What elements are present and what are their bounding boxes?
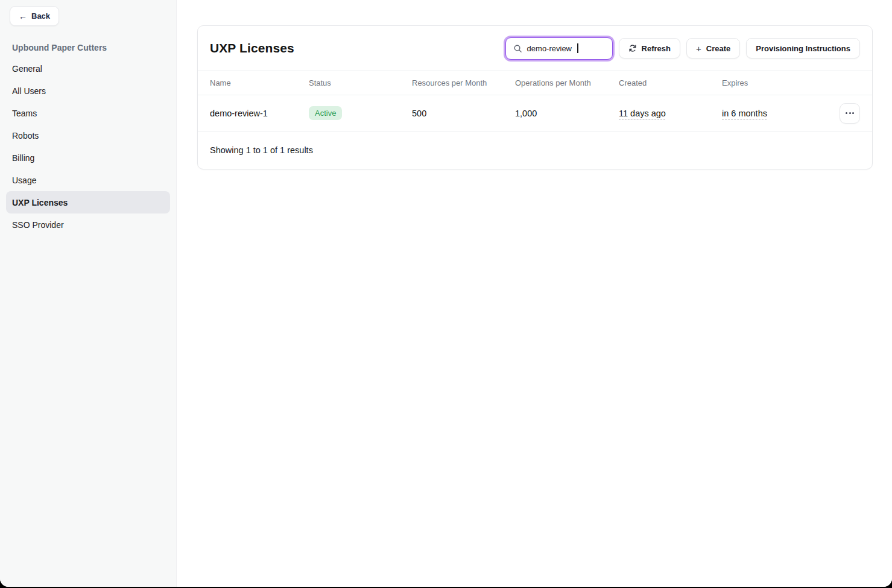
status-badge: Active xyxy=(309,106,342,120)
column-header-expires: Expires xyxy=(722,78,840,87)
sidebar-item-usage[interactable]: Usage xyxy=(6,169,170,191)
provisioning-instructions-button[interactable]: Provisioning Instructions xyxy=(746,38,860,58)
refresh-icon xyxy=(628,44,637,52)
provisioning-label: Provisioning Instructions xyxy=(756,44,850,53)
license-status-cell: Active xyxy=(309,106,412,120)
page-title: UXP Licenses xyxy=(210,41,294,55)
back-button[interactable]: ← Back xyxy=(10,6,59,26)
create-button[interactable]: + Create xyxy=(686,38,740,58)
sidebar-item-uxp-licenses[interactable]: UXP Licenses xyxy=(6,191,170,213)
card-header: UXP Licenses demo-review xyxy=(198,26,872,71)
search-icon xyxy=(513,44,522,53)
column-header-resources: Resources per Month xyxy=(412,78,515,87)
ellipsis-icon xyxy=(846,112,847,114)
app-window: ← Back Upbound Paper Cutters General All… xyxy=(0,0,892,587)
back-button-label: Back xyxy=(31,11,50,21)
table-row: demo-review-1 Active 500 1,000 11 days a… xyxy=(198,95,872,131)
main-content: UXP Licenses demo-review xyxy=(177,0,892,587)
sidebar-item-all-users[interactable]: All Users xyxy=(6,80,170,102)
sidebar-nav: General All Users Teams Robots Billing U… xyxy=(0,57,176,236)
created-relative-time[interactable]: 11 days ago xyxy=(619,109,666,118)
text-caret xyxy=(577,43,578,53)
column-header-operations: Operations per Month xyxy=(515,78,619,87)
license-actions-cell xyxy=(840,103,860,124)
license-created-cell: 11 days ago xyxy=(619,109,722,118)
license-name: demo-review-1 xyxy=(210,109,309,118)
table-header-row: Name Status Resources per Month Operatio… xyxy=(198,71,872,95)
header-actions: demo-review Refresh + Create xyxy=(505,37,860,60)
settings-sidebar: ← Back Upbound Paper Cutters General All… xyxy=(0,0,177,587)
arrow-left-icon: ← xyxy=(19,12,27,21)
sidebar-item-general[interactable]: General xyxy=(6,57,170,80)
sidebar-item-sso-provider[interactable]: SSO Provider xyxy=(6,213,170,236)
results-summary: Showing 1 to 1 of 1 results xyxy=(198,131,872,169)
column-header-status: Status xyxy=(309,78,412,87)
row-menu-button[interactable] xyxy=(840,103,860,124)
uxp-licenses-card: UXP Licenses demo-review xyxy=(197,25,873,169)
refresh-label: Refresh xyxy=(642,44,671,53)
sidebar-item-teams[interactable]: Teams xyxy=(6,102,170,124)
license-resources: 500 xyxy=(412,109,515,118)
license-expires-cell: in 6 months xyxy=(722,109,840,118)
create-label: Create xyxy=(706,44,730,53)
column-header-created: Created xyxy=(619,78,722,87)
refresh-button[interactable]: Refresh xyxy=(619,38,680,58)
search-input[interactable]: demo-review xyxy=(505,37,613,60)
search-value: demo-review xyxy=(527,44,572,53)
sidebar-item-robots[interactable]: Robots xyxy=(6,124,170,147)
org-title: Upbound Paper Cutters xyxy=(12,43,164,52)
column-header-name: Name xyxy=(210,78,309,87)
license-operations: 1,000 xyxy=(515,109,619,118)
plus-icon: + xyxy=(696,43,701,54)
expires-relative-time[interactable]: in 6 months xyxy=(722,109,767,118)
sidebar-item-billing[interactable]: Billing xyxy=(6,147,170,169)
